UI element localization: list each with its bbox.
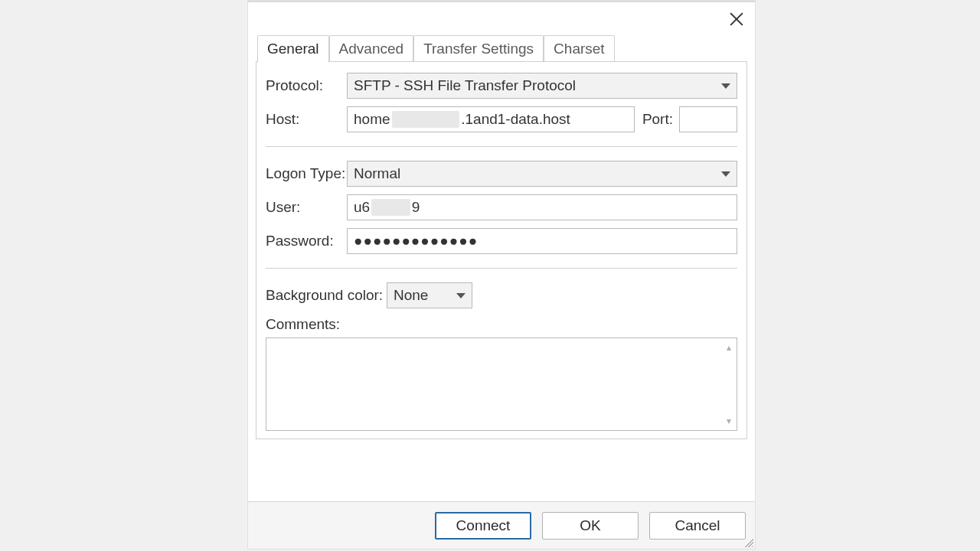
- user-value-suffix: 9: [412, 199, 420, 216]
- user-value-prefix: u6: [354, 199, 370, 216]
- bgcolor-select[interactable]: None: [387, 282, 472, 308]
- host-value-prefix: home: [354, 111, 390, 128]
- password-value: ●●●●●●●●●●●●●: [354, 233, 478, 249]
- logon-type-label: Logon Type:: [266, 165, 347, 182]
- tab-transfer-settings[interactable]: Transfer Settings: [413, 35, 544, 62]
- tab-bar: General Advanced Transfer Settings Chars…: [248, 36, 755, 62]
- scroll-up-icon[interactable]: ▴: [723, 341, 735, 354]
- protocol-value: SFTP - SSH File Transfer Protocol: [354, 77, 576, 94]
- tab-advanced[interactable]: Advanced: [329, 35, 414, 62]
- user-redacted: XXXX: [371, 199, 410, 216]
- chevron-down-icon: [456, 293, 466, 298]
- site-manager-dialog: General Advanced Transfer Settings Chars…: [247, 0, 756, 549]
- protocol-label: Protocol:: [266, 77, 347, 94]
- general-panel: Protocol: SFTP - SSH File Transfer Proto…: [256, 61, 747, 439]
- user-label: User:: [266, 199, 347, 216]
- bgcolor-row: Background color: None: [266, 282, 737, 308]
- dialog-titlebar: [248, 1, 755, 36]
- tab-general[interactable]: General: [257, 35, 329, 63]
- section-divider-2: [266, 268, 737, 269]
- host-row: Host: homeXXXXXXX.1and1-data.host Port:: [266, 106, 737, 132]
- logon-type-row: Logon Type: Normal: [266, 161, 737, 187]
- connect-button[interactable]: Connect: [435, 512, 531, 540]
- password-row: Password: ●●●●●●●●●●●●●: [266, 228, 737, 254]
- protocol-select[interactable]: SFTP - SSH File Transfer Protocol: [347, 73, 737, 99]
- comments-textarea[interactable]: ▴ ▾: [266, 337, 737, 431]
- port-label: Port:: [642, 111, 673, 128]
- dialog-footer: Connect OK Cancel: [248, 501, 755, 549]
- user-row: User: u6XXXX9: [266, 194, 737, 220]
- user-input[interactable]: u6XXXX9: [347, 194, 737, 220]
- host-value-suffix: .1and1-data.host: [461, 111, 570, 128]
- resize-grip[interactable]: [743, 536, 753, 547]
- close-button[interactable]: [723, 5, 750, 33]
- host-redacted: XXXXXXX: [392, 111, 460, 128]
- chevron-down-icon: [721, 171, 730, 177]
- logon-type-value: Normal: [354, 165, 400, 182]
- tab-charset[interactable]: Charset: [544, 35, 615, 62]
- port-input[interactable]: [679, 106, 737, 132]
- logon-type-select[interactable]: Normal: [347, 161, 737, 187]
- password-label: Password:: [266, 233, 347, 249]
- chevron-down-icon: [721, 83, 730, 89]
- protocol-row: Protocol: SFTP - SSH File Transfer Proto…: [266, 73, 737, 99]
- close-icon: [730, 12, 743, 26]
- comments-label: Comments:: [266, 316, 737, 333]
- bgcolor-label: Background color:: [266, 287, 387, 304]
- section-divider-1: [266, 146, 737, 147]
- host-input[interactable]: homeXXXXXXX.1and1-data.host: [347, 106, 635, 132]
- host-label: Host:: [266, 111, 347, 128]
- cancel-button[interactable]: Cancel: [649, 512, 746, 540]
- password-input[interactable]: ●●●●●●●●●●●●●: [347, 228, 737, 254]
- ok-button[interactable]: OK: [542, 512, 639, 540]
- bgcolor-value: None: [394, 287, 428, 304]
- scroll-down-icon[interactable]: ▾: [723, 415, 735, 427]
